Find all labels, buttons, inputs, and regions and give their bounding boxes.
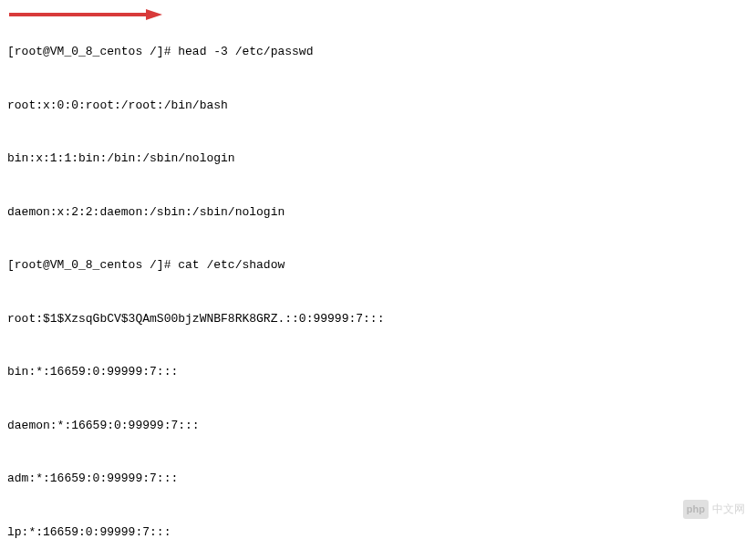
terminal-line: lp:*:16659:0:99999:7::: [7,523,749,540]
terminal-line: root:x:0:0:root:/root:/bin/bash [7,97,749,115]
terminal-line: daemon:x:2:2:daemon:/sbin:/sbin/nologin [7,203,749,222]
watermark: php 中文网 [683,500,745,519]
terminal-line: adm:*:16659:0:99999:7::: [7,470,749,488]
watermark-text: 中文网 [712,501,745,517]
terminal-line: root:$1$XzsqGbCV$3QAmS00bjzWNBF8RK8GRZ.:… [7,310,749,328]
watermark-badge: php [683,500,709,519]
terminal-line: [root@VM_0_8_centos /]# head -3 /etc/pas… [7,43,749,61]
terminal-line: [root@VM_0_8_centos /]# cat /etc/shadow [7,256,749,275]
terminal-output: [root@VM_0_8_centos /]# head -3 /etc/pas… [7,7,749,539]
terminal-line: bin:x:1:1:bin:/bin:/sbin/nologin [7,150,749,168]
terminal-line: daemon:*:16659:0:99999:7::: [7,417,749,435]
terminal-line: bin:*:16659:0:99999:7::: [7,363,749,381]
